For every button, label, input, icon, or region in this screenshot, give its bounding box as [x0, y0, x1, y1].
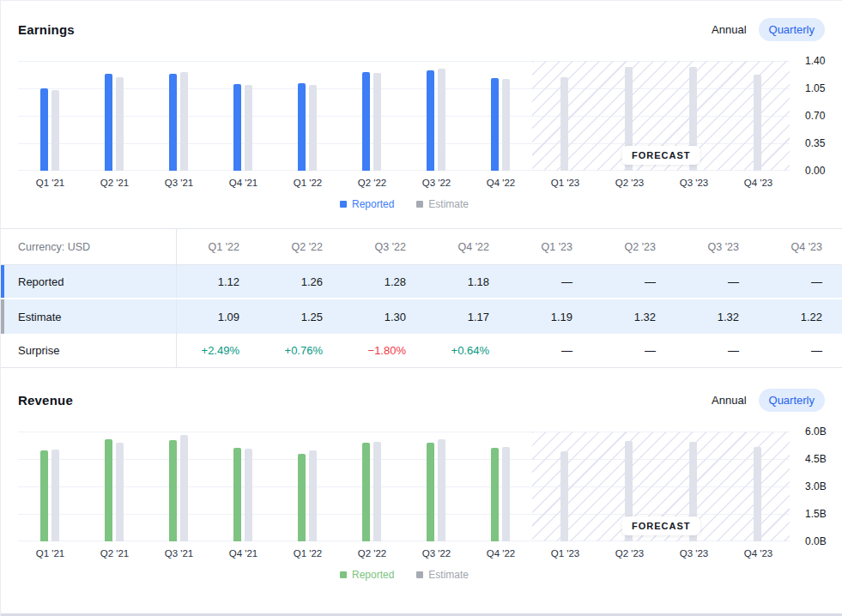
estimate-bar[interactable] [560, 77, 568, 171]
bar-group [468, 432, 532, 541]
bar-group [468, 61, 532, 171]
x-tick-label: Q1 '21 [18, 178, 82, 188]
reported-swatch-icon [340, 571, 347, 578]
earnings-header: Earnings Annual Quarterly [1, 1, 842, 41]
reported-bar[interactable] [362, 72, 370, 171]
estimate-swatch-icon [416, 571, 423, 578]
x-tick-label: Q1 '21 [18, 548, 82, 559]
y-tick-label: 0.70 [805, 110, 825, 122]
estimate-bar[interactable] [309, 85, 317, 171]
earnings-legend: Reported Estimate [18, 198, 791, 210]
revenue-annual-tab[interactable]: Annual [701, 389, 756, 412]
y-tick-label: 1.05 [805, 82, 825, 94]
estimate-bar[interactable] [245, 85, 252, 171]
reported-bar[interactable] [491, 448, 499, 541]
bar-group [404, 432, 469, 541]
x-tick-label: Q4 '23 [726, 548, 791, 559]
legend-estimate[interactable]: Estimate [416, 198, 469, 210]
earnings-annual-tab[interactable]: Annual [701, 18, 756, 41]
estimate-bar[interactable] [373, 442, 381, 541]
revenue-plot-area: FORECAST [18, 432, 790, 541]
estimate-bar[interactable] [180, 72, 188, 171]
table-cell: — [510, 265, 593, 298]
earnings-section: Earnings Annual Quarterly FORECAST 1.401… [1, 1, 842, 210]
reported-bar[interactable] [427, 443, 434, 541]
bar-group [82, 61, 147, 171]
y-tick-label: 0.0B [805, 535, 827, 547]
estimate-bar[interactable] [116, 77, 124, 171]
x-tick-label: Q1 '23 [533, 548, 597, 559]
reported-bar[interactable] [298, 83, 306, 171]
x-axis-labels: Q1 '21Q2 '21Q3 '21Q4 '21Q1 '22Q2 '22Q3 '… [18, 541, 791, 559]
y-tick-label: 3.0B [805, 480, 827, 492]
x-tick-label: Q3 '21 [147, 178, 211, 188]
revenue-chart: FORECAST 6.0B4.5B3.0B1.5B0.0B Q1 '21Q2 '… [1, 432, 842, 581]
reported-bar[interactable] [169, 74, 177, 171]
x-tick-label: Q2 '22 [340, 548, 404, 559]
table-column-header: Q1 '22 [177, 229, 260, 264]
legend-estimate-label: Estimate [428, 198, 469, 210]
legend-reported[interactable]: Reported [340, 198, 394, 210]
y-tick-label: 0.35 [805, 137, 825, 149]
x-tick-label: Q3 '22 [404, 178, 469, 188]
bar-group [532, 432, 597, 541]
x-tick-label: Q1 '22 [276, 548, 340, 559]
table-cell: −1.80% [343, 334, 427, 367]
row-label: Estimate [1, 299, 177, 334]
reported-bar[interactable] [169, 440, 177, 541]
legend-reported-label: Reported [352, 198, 394, 210]
bar-group [147, 61, 211, 171]
earnings-plot-area: FORECAST [18, 61, 790, 171]
bar-group [532, 61, 597, 171]
estimate-bar[interactable] [754, 447, 761, 541]
table-cell: 1.28 [343, 265, 427, 298]
x-tick-label: Q3 '21 [147, 548, 211, 559]
legend-estimate[interactable]: Estimate [416, 569, 469, 581]
bar-group [18, 61, 82, 171]
reported-bar[interactable] [233, 84, 241, 171]
estimate-bar[interactable] [502, 79, 510, 171]
table-row-surprise[interactable]: Surprise+2.49%+0.76%−1.80%+0.64%———— [1, 334, 842, 368]
reported-bar[interactable] [298, 454, 306, 541]
reported-bar[interactable] [105, 74, 112, 171]
estimate-bar[interactable] [309, 450, 317, 541]
y-tick-label: 1.40 [805, 55, 825, 67]
reported-bar[interactable] [40, 88, 48, 171]
table-column-header: Q4 '23 [760, 229, 842, 264]
estimate-bar[interactable] [51, 90, 59, 171]
estimate-bar[interactable] [502, 447, 510, 541]
bar-group [276, 432, 340, 541]
estimate-bar[interactable] [245, 449, 252, 541]
bar-group [82, 432, 147, 541]
earnings-quarterly-tab[interactable]: Quarterly [759, 18, 825, 41]
table-cell: — [760, 334, 842, 367]
reported-bar[interactable] [362, 443, 370, 541]
legend-reported[interactable]: Reported [340, 569, 394, 581]
table-cell: — [676, 334, 760, 367]
reported-bar[interactable] [40, 450, 48, 541]
estimate-bar[interactable] [180, 435, 188, 541]
estimate-bar[interactable] [560, 451, 568, 541]
table-row-estimate[interactable]: Estimate1.091.251.301.171.191.321.321.22 [1, 299, 842, 334]
table-cell: +0.76% [260, 334, 343, 367]
table-cell: 1.22 [760, 299, 842, 334]
estimate-bar[interactable] [754, 75, 761, 171]
reported-bar[interactable] [105, 439, 112, 541]
earnings-period-toggle: Annual Quarterly [701, 18, 825, 41]
reported-bar[interactable] [491, 78, 499, 171]
estimate-bar[interactable] [438, 439, 445, 541]
estimate-bar[interactable] [373, 73, 381, 171]
reported-bar[interactable] [233, 448, 241, 541]
revenue-quarterly-tab[interactable]: Quarterly [759, 389, 825, 412]
reported-bar[interactable] [427, 70, 434, 171]
bar-group [211, 432, 276, 541]
table-cell: +2.49% [177, 334, 260, 367]
table-cell: 1.09 [177, 299, 260, 334]
table-cell: — [760, 265, 842, 298]
estimate-bar[interactable] [51, 450, 59, 541]
estimate-bar[interactable] [438, 69, 445, 171]
row-label: Reported [1, 265, 177, 298]
estimate-bar[interactable] [116, 443, 124, 541]
table-row-reported[interactable]: Reported1.121.261.281.18———— [1, 265, 842, 299]
x-tick-label: Q2 '22 [340, 178, 404, 188]
